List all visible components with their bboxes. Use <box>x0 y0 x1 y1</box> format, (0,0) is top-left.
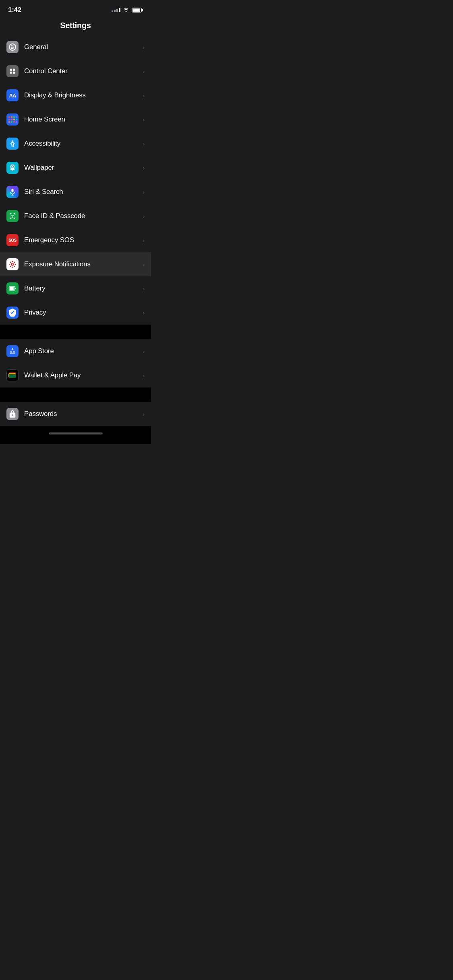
page-title: Settings <box>60 21 91 30</box>
control-center-icon <box>6 65 19 77</box>
status-icons <box>112 7 143 13</box>
svg-point-12 <box>15 264 16 265</box>
sos-chevron: › <box>143 237 145 243</box>
control-center-chevron: › <box>143 68 145 74</box>
faceid-chevron: › <box>143 213 145 219</box>
svg-point-15 <box>10 266 11 267</box>
sos-icon: SOS <box>6 234 19 246</box>
passwords-chevron: › <box>143 411 145 417</box>
battery-label: Battery <box>24 284 141 292</box>
settings-row-control-center[interactable]: Control Center › <box>0 59 151 83</box>
settings-section-apps: App Store › Wallet & Apple Pay › <box>0 339 151 387</box>
svg-point-4 <box>12 140 13 142</box>
status-bar: 1:42 <box>0 0 151 18</box>
home-screen-label: Home Screen <box>24 115 141 124</box>
wallet-icon <box>6 369 19 381</box>
privacy-label: Privacy <box>24 309 141 317</box>
general-label: General <box>24 43 141 51</box>
wallet-label: Wallet & Apple Pay <box>24 371 141 379</box>
settings-row-wallpaper[interactable]: Wallpaper › <box>0 156 151 180</box>
wifi-icon <box>123 7 129 13</box>
settings-list: General › Control Center › AA Display & … <box>0 35 151 426</box>
siri-icon <box>6 186 19 198</box>
battery-icon <box>6 282 19 294</box>
faceid-label: Face ID & Passcode <box>24 212 141 220</box>
nav-header: Settings <box>0 18 151 35</box>
app-store-icon <box>6 345 19 357</box>
app-store-label: App Store <box>24 347 141 355</box>
settings-row-display[interactable]: AA Display & Brightness › <box>0 83 151 107</box>
svg-point-9 <box>12 261 13 262</box>
signal-icon <box>112 8 120 12</box>
settings-row-wallet[interactable]: Wallet & Apple Pay › <box>0 363 151 387</box>
exposure-chevron: › <box>143 261 145 268</box>
settings-row-app-store[interactable]: App Store › <box>0 339 151 363</box>
home-screen-icon <box>6 113 19 126</box>
svg-rect-0 <box>10 69 12 71</box>
battery-chevron: › <box>143 286 145 292</box>
wallpaper-chevron: › <box>143 165 145 171</box>
sos-label: Emergency SOS <box>24 236 141 244</box>
accessibility-label: Accessibility <box>24 140 141 148</box>
accessibility-chevron: › <box>143 141 145 147</box>
settings-row-home-screen[interactable]: Home Screen › <box>0 107 151 132</box>
svg-rect-3 <box>13 72 15 74</box>
settings-section-more: Passwords › <box>0 402 151 426</box>
battery-status-icon <box>132 8 143 12</box>
settings-section-system: General › Control Center › AA Display & … <box>0 35 151 325</box>
settings-row-privacy[interactable]: Privacy › <box>0 301 151 325</box>
wallpaper-label: Wallpaper <box>24 164 141 172</box>
svg-point-16 <box>14 266 15 267</box>
general-icon <box>6 41 19 53</box>
section-divider-1 <box>0 325 151 339</box>
exposure-icon <box>6 258 19 270</box>
display-icon: AA <box>6 89 19 101</box>
svg-point-10 <box>12 267 13 268</box>
privacy-chevron: › <box>143 310 145 316</box>
svg-rect-2 <box>10 72 12 74</box>
settings-row-exposure[interactable]: Exposure Notifications › <box>0 252 151 276</box>
svg-point-5 <box>11 189 13 192</box>
settings-row-battery[interactable]: Battery › <box>0 276 151 301</box>
siri-label: Siri & Search <box>24 188 141 196</box>
home-indicator <box>49 432 103 434</box>
svg-point-8 <box>11 263 13 265</box>
display-label: Display & Brightness <box>24 91 141 99</box>
exposure-label: Exposure Notifications <box>24 260 141 268</box>
settings-row-general[interactable]: General › <box>0 35 151 59</box>
accessibility-icon <box>6 138 19 150</box>
settings-row-faceid[interactable]: Face ID & Passcode › <box>0 204 151 228</box>
svg-point-11 <box>9 264 10 265</box>
home-screen-chevron: › <box>143 117 145 123</box>
settings-row-sos[interactable]: SOS Emergency SOS › <box>0 228 151 252</box>
display-chevron: › <box>143 93 145 99</box>
svg-rect-18 <box>10 287 14 290</box>
status-time: 1:42 <box>8 6 21 14</box>
general-chevron: › <box>143 44 145 50</box>
settings-row-passwords[interactable]: Passwords › <box>0 402 151 426</box>
control-center-label: Control Center <box>24 67 141 75</box>
passwords-icon <box>6 408 19 420</box>
svg-rect-1 <box>13 69 15 71</box>
faceid-icon <box>6 210 19 222</box>
passwords-label: Passwords <box>24 410 141 418</box>
app-store-chevron: › <box>143 348 145 354</box>
settings-row-siri[interactable]: Siri & Search › <box>0 180 151 204</box>
siri-chevron: › <box>143 189 145 195</box>
privacy-icon <box>6 307 19 319</box>
section-divider-2 <box>0 387 151 402</box>
svg-point-14 <box>14 262 15 263</box>
svg-point-13 <box>10 262 11 263</box>
wallet-chevron: › <box>143 373 145 379</box>
wallpaper-icon <box>6 162 19 174</box>
settings-row-accessibility[interactable]: Accessibility › <box>0 132 151 156</box>
